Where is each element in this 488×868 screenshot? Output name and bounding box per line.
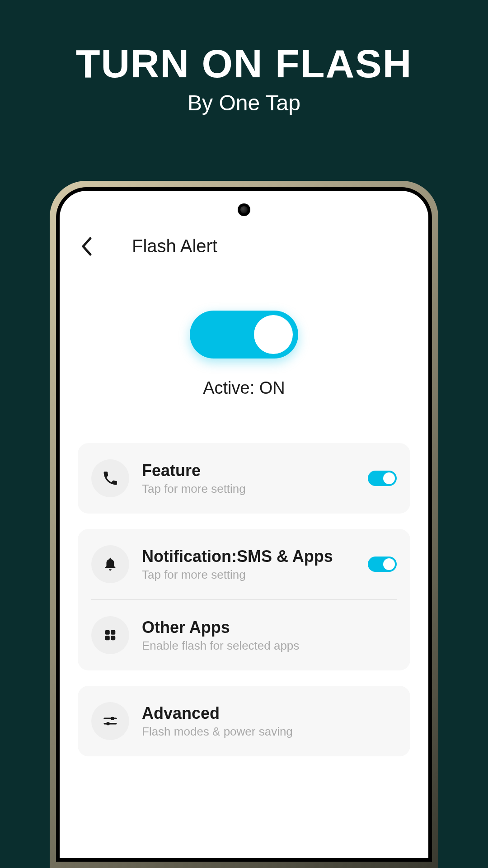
item-subtitle: Tap for more setting [142,482,355,496]
chevron-left-icon [80,236,93,256]
hero: TURN ON FLASH By One Tap [0,0,488,115]
svg-rect-1 [111,630,115,635]
main-toggle[interactable] [190,311,298,359]
list-item-feature[interactable]: Feature Tap for more setting [78,443,410,514]
item-body: Advanced Flash modes & power saving [142,704,397,739]
back-button[interactable] [78,237,96,255]
item-title: Advanced [142,704,397,723]
item-body: Other Apps Enable flash for selected app… [142,618,397,653]
screen: Flash Alert Active: ON [60,191,428,858]
notification-toggle[interactable] [368,557,397,572]
list-item-advanced[interactable]: Advanced Flash modes & power saving [78,686,410,756]
svg-rect-5 [111,717,114,720]
hero-title: TURN ON FLASH [0,41,488,87]
item-body: Notification:SMS & Apps Tap for more set… [142,547,355,582]
header: Flash Alert [78,236,410,256]
item-subtitle: Flash modes & power saving [142,725,397,739]
settings-card: Notification:SMS & Apps Tap for more set… [78,529,410,670]
item-title: Notification:SMS & Apps [142,547,355,566]
item-body: Feature Tap for more setting [142,461,355,496]
icon-circle [91,459,129,497]
sliders-icon [103,713,118,729]
phone-inner: Flash Alert Active: ON [56,187,432,862]
page-title: Flash Alert [132,236,217,256]
toggle-knob [383,472,395,484]
main-toggle-section: Active: ON [78,311,410,398]
item-title: Other Apps [142,618,397,637]
main-toggle-knob [254,315,293,354]
item-subtitle: Tap for more setting [142,568,355,582]
svg-rect-3 [111,636,115,640]
svg-rect-2 [105,636,110,640]
bell-icon [103,557,118,572]
hero-subtitle: By One Tap [0,90,488,115]
item-title: Feature [142,461,355,480]
phone-icon [102,470,118,486]
icon-circle [91,616,129,654]
item-subtitle: Enable flash for selected apps [142,639,397,653]
svg-rect-7 [107,722,110,725]
toggle-knob [383,558,395,570]
active-status-label: Active: ON [78,378,410,398]
icon-circle [91,545,129,583]
list-item-notification[interactable]: Notification:SMS & Apps Tap for more set… [78,529,410,599]
svg-rect-0 [105,630,110,635]
camera-punch-hole [238,203,250,216]
list-item-other-apps[interactable]: Other Apps Enable flash for selected app… [78,600,410,670]
feature-toggle[interactable] [368,471,397,486]
icon-circle [91,702,129,740]
settings-card: Advanced Flash modes & power saving [78,686,410,756]
phone-frame: Flash Alert Active: ON [50,181,438,868]
grid-icon [103,628,117,642]
settings-card: Feature Tap for more setting [78,443,410,514]
